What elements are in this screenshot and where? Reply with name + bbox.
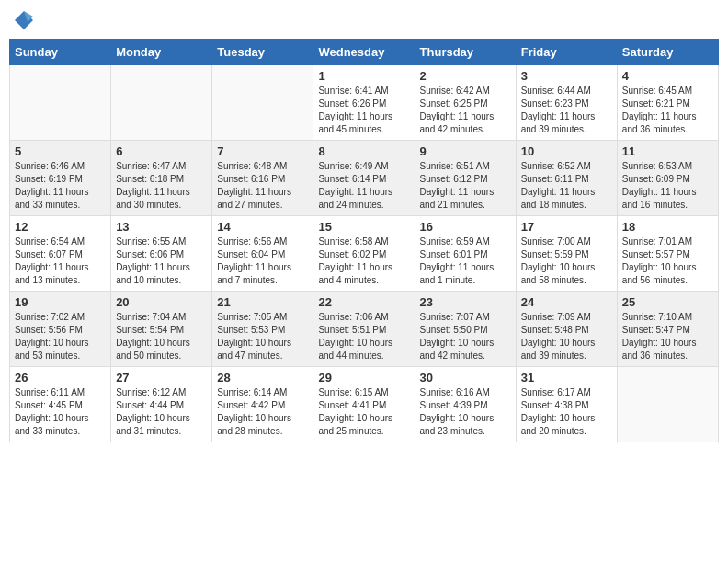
calendar-day-cell: 13Sunrise: 6:55 AM Sunset: 6:06 PM Dayli… — [111, 216, 212, 292]
calendar-day-cell: 1Sunrise: 6:41 AM Sunset: 6:26 PM Daylig… — [313, 65, 415, 141]
calendar-day-cell: 20Sunrise: 7:04 AM Sunset: 5:54 PM Dayli… — [111, 292, 212, 367]
day-info: Sunrise: 6:17 AM Sunset: 4:38 PM Dayligh… — [521, 386, 612, 438]
calendar-day-cell: 25Sunrise: 7:10 AM Sunset: 5:47 PM Dayli… — [617, 292, 718, 367]
day-number: 7 — [217, 144, 308, 158]
day-info: Sunrise: 7:04 AM Sunset: 5:54 PM Dayligh… — [116, 311, 207, 362]
day-of-week-header: Saturday — [617, 40, 718, 65]
calendar-day-cell: 30Sunrise: 6:16 AM Sunset: 4:39 PM Dayli… — [415, 367, 516, 442]
day-info: Sunrise: 6:59 AM Sunset: 6:01 PM Dayligh… — [420, 236, 511, 287]
calendar-day-cell: 17Sunrise: 7:00 AM Sunset: 5:59 PM Dayli… — [516, 216, 617, 292]
calendar-day-cell — [10, 65, 111, 141]
day-of-week-header: Tuesday — [212, 40, 313, 65]
day-number: 15 — [318, 220, 409, 234]
calendar-day-cell — [212, 65, 313, 141]
calendar-day-cell: 14Sunrise: 6:56 AM Sunset: 6:04 PM Dayli… — [212, 216, 313, 292]
day-number: 12 — [15, 220, 106, 234]
day-number: 11 — [622, 144, 713, 158]
logo — [13, 9, 39, 31]
day-info: Sunrise: 6:45 AM Sunset: 6:21 PM Dayligh… — [622, 85, 713, 136]
day-info: Sunrise: 6:58 AM Sunset: 6:02 PM Dayligh… — [318, 236, 409, 287]
calendar-day-cell: 26Sunrise: 6:11 AM Sunset: 4:45 PM Dayli… — [10, 367, 111, 442]
calendar-day-cell: 11Sunrise: 6:53 AM Sunset: 6:09 PM Dayli… — [617, 141, 718, 216]
day-info: Sunrise: 7:00 AM Sunset: 5:59 PM Dayligh… — [521, 236, 612, 287]
calendar-day-cell: 29Sunrise: 6:15 AM Sunset: 4:41 PM Dayli… — [313, 367, 415, 442]
calendar-day-cell: 4Sunrise: 6:45 AM Sunset: 6:21 PM Daylig… — [617, 65, 718, 141]
day-info: Sunrise: 7:07 AM Sunset: 5:50 PM Dayligh… — [420, 311, 511, 362]
day-of-week-header: Friday — [516, 40, 617, 65]
day-info: Sunrise: 6:49 AM Sunset: 6:14 PM Dayligh… — [318, 160, 409, 212]
day-info: Sunrise: 7:02 AM Sunset: 5:56 PM Dayligh… — [15, 311, 106, 362]
calendar-day-cell: 31Sunrise: 6:17 AM Sunset: 4:38 PM Dayli… — [516, 367, 617, 442]
day-info: Sunrise: 6:47 AM Sunset: 6:18 PM Dayligh… — [116, 160, 207, 212]
day-number: 19 — [15, 295, 106, 309]
day-of-week-header: Monday — [111, 40, 212, 65]
calendar-day-cell: 24Sunrise: 7:09 AM Sunset: 5:48 PM Dayli… — [516, 292, 617, 367]
day-number: 4 — [622, 69, 713, 83]
day-number: 6 — [116, 144, 207, 158]
day-number: 23 — [420, 295, 511, 309]
calendar-day-cell: 16Sunrise: 6:59 AM Sunset: 6:01 PM Dayli… — [415, 216, 516, 292]
day-number: 20 — [116, 295, 207, 309]
calendar-day-cell: 21Sunrise: 7:05 AM Sunset: 5:53 PM Dayli… — [212, 292, 313, 367]
calendar-day-cell: 22Sunrise: 7:06 AM Sunset: 5:51 PM Dayli… — [313, 292, 415, 367]
day-number: 9 — [420, 144, 511, 158]
calendar-day-cell: 28Sunrise: 6:14 AM Sunset: 4:42 PM Dayli… — [212, 367, 313, 442]
day-info: Sunrise: 6:56 AM Sunset: 6:04 PM Dayligh… — [217, 236, 308, 287]
calendar-day-cell: 9Sunrise: 6:51 AM Sunset: 6:12 PM Daylig… — [415, 141, 516, 216]
calendar-day-cell: 18Sunrise: 7:01 AM Sunset: 5:57 PM Dayli… — [617, 216, 718, 292]
calendar-week-row: 12Sunrise: 6:54 AM Sunset: 6:07 PM Dayli… — [10, 216, 719, 292]
calendar-day-cell: 8Sunrise: 6:49 AM Sunset: 6:14 PM Daylig… — [313, 141, 415, 216]
day-number: 25 — [622, 295, 713, 309]
day-info: Sunrise: 6:55 AM Sunset: 6:06 PM Dayligh… — [116, 236, 207, 287]
day-number: 21 — [217, 295, 308, 309]
day-number: 5 — [15, 144, 106, 158]
calendar-day-cell: 15Sunrise: 6:58 AM Sunset: 6:02 PM Dayli… — [313, 216, 415, 292]
calendar-week-row: 1Sunrise: 6:41 AM Sunset: 6:26 PM Daylig… — [10, 65, 719, 141]
day-number: 29 — [318, 371, 409, 385]
day-info: Sunrise: 6:41 AM Sunset: 6:26 PM Dayligh… — [318, 85, 409, 136]
calendar-day-cell: 12Sunrise: 6:54 AM Sunset: 6:07 PM Dayli… — [10, 216, 111, 292]
day-number: 1 — [318, 69, 409, 83]
day-number: 18 — [622, 220, 713, 234]
day-number: 10 — [521, 144, 612, 158]
day-number: 13 — [116, 220, 207, 234]
calendar-header-row: SundayMondayTuesdayWednesdayThursdayFrid… — [10, 40, 719, 65]
day-info: Sunrise: 6:46 AM Sunset: 6:19 PM Dayligh… — [15, 160, 106, 212]
day-number: 3 — [521, 69, 612, 83]
day-info: Sunrise: 7:01 AM Sunset: 5:57 PM Dayligh… — [622, 236, 713, 287]
day-number: 16 — [420, 220, 511, 234]
logo-icon — [13, 9, 35, 31]
day-info: Sunrise: 6:48 AM Sunset: 6:16 PM Dayligh… — [217, 160, 308, 212]
day-info: Sunrise: 7:09 AM Sunset: 5:48 PM Dayligh… — [521, 311, 612, 362]
calendar-day-cell: 23Sunrise: 7:07 AM Sunset: 5:50 PM Dayli… — [415, 292, 516, 367]
day-number: 8 — [318, 144, 409, 158]
day-number: 30 — [420, 371, 511, 385]
page-header — [9, 9, 719, 31]
day-info: Sunrise: 6:14 AM Sunset: 4:42 PM Dayligh… — [217, 386, 308, 438]
calendar-day-cell: 5Sunrise: 6:46 AM Sunset: 6:19 PM Daylig… — [10, 141, 111, 216]
day-info: Sunrise: 6:12 AM Sunset: 4:44 PM Dayligh… — [116, 386, 207, 438]
day-info: Sunrise: 6:53 AM Sunset: 6:09 PM Dayligh… — [622, 160, 713, 212]
day-number: 17 — [521, 220, 612, 234]
day-info: Sunrise: 6:15 AM Sunset: 4:41 PM Dayligh… — [318, 386, 409, 438]
calendar-day-cell: 3Sunrise: 6:44 AM Sunset: 6:23 PM Daylig… — [516, 65, 617, 141]
day-info: Sunrise: 6:54 AM Sunset: 6:07 PM Dayligh… — [15, 236, 106, 287]
calendar-day-cell: 27Sunrise: 6:12 AM Sunset: 4:44 PM Dayli… — [111, 367, 212, 442]
day-number: 31 — [521, 371, 612, 385]
calendar-week-row: 5Sunrise: 6:46 AM Sunset: 6:19 PM Daylig… — [10, 141, 719, 216]
day-info: Sunrise: 6:42 AM Sunset: 6:25 PM Dayligh… — [420, 85, 511, 136]
day-number: 14 — [217, 220, 308, 234]
calendar-day-cell: 7Sunrise: 6:48 AM Sunset: 6:16 PM Daylig… — [212, 141, 313, 216]
day-info: Sunrise: 7:10 AM Sunset: 5:47 PM Dayligh… — [622, 311, 713, 362]
day-info: Sunrise: 6:11 AM Sunset: 4:45 PM Dayligh… — [15, 386, 106, 438]
day-of-week-header: Sunday — [10, 40, 111, 65]
calendar-week-row: 26Sunrise: 6:11 AM Sunset: 4:45 PM Dayli… — [10, 367, 719, 442]
day-info: Sunrise: 7:06 AM Sunset: 5:51 PM Dayligh… — [318, 311, 409, 362]
day-info: Sunrise: 6:44 AM Sunset: 6:23 PM Dayligh… — [521, 85, 612, 136]
calendar-day-cell: 10Sunrise: 6:52 AM Sunset: 6:11 PM Dayli… — [516, 141, 617, 216]
calendar-day-cell — [111, 65, 212, 141]
day-number: 26 — [15, 371, 106, 385]
day-of-week-header: Wednesday — [313, 40, 415, 65]
calendar-week-row: 19Sunrise: 7:02 AM Sunset: 5:56 PM Dayli… — [10, 292, 719, 367]
day-number: 24 — [521, 295, 612, 309]
